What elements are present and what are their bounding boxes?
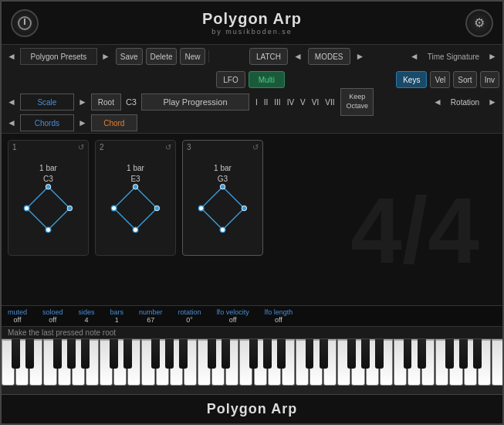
time-signature-label: Time Signature (425, 53, 482, 61)
black-key-8[interactable] (123, 339, 132, 369)
keys-section: Keys Vel Sort Inv (396, 71, 499, 88)
chords-row: ◄ Chords ► Chord (2, 113, 502, 133)
root-button[interactable]: Root (91, 94, 121, 110)
power-button[interactable] (11, 9, 39, 37)
chords-next-button[interactable]: ► (76, 117, 90, 128)
chord-card-2[interactable]: 2 ↺ 1 barE3 (95, 140, 176, 256)
vel-button[interactable]: Vel (430, 71, 450, 88)
root-note: C3 (123, 97, 140, 107)
chords-label: Chords (20, 114, 74, 131)
latch-button[interactable]: LATCH (249, 48, 288, 65)
keys-button[interactable]: Keys (396, 71, 427, 88)
card-body-1: 1 barC3 (8, 154, 88, 255)
black-key-21[interactable] (306, 339, 314, 369)
black-key-32[interactable] (459, 339, 468, 369)
svg-point-3 (46, 227, 51, 233)
preset-next-button[interactable]: ► (99, 51, 113, 62)
black-key-29[interactable] (418, 339, 426, 369)
chord-button[interactable]: Chord (91, 114, 137, 131)
lfo-section: LFO Multi (108, 71, 393, 88)
delete-button[interactable]: Delete (146, 48, 178, 65)
keyboard (2, 339, 502, 386)
black-key-4[interactable] (67, 339, 76, 369)
chord-card-1[interactable]: 1 ↺ 1 barC3 (8, 140, 89, 256)
diamond-1 (23, 183, 73, 233)
rotation-prev-button[interactable]: ◄ (431, 97, 445, 107)
black-key-12[interactable] (179, 339, 188, 369)
chord-card-3[interactable]: 3 ↺ 1 barG3 (182, 140, 263, 256)
card-refresh-2[interactable]: ↺ (165, 143, 171, 151)
black-key-0[interactable] (12, 339, 20, 369)
black-key-10[interactable] (151, 339, 160, 369)
roman-numeral-II[interactable]: II (262, 97, 270, 108)
black-key-26[interactable] (375, 339, 384, 369)
roman-numeral-IV[interactable]: IV (286, 97, 296, 108)
white-key-35[interactable] (492, 339, 502, 386)
card-num-1: 1 (12, 143, 17, 151)
new-button[interactable]: New (180, 48, 205, 65)
keep-octave-button[interactable]: Keep Octave (340, 88, 374, 116)
black-key-19[interactable] (277, 339, 286, 369)
scale-label: Scale (20, 94, 74, 110)
toolbar: ◄ Polygon Presets ► Save Delete New LATC… (2, 45, 502, 134)
black-key-31[interactable] (445, 339, 454, 369)
svg-point-9 (111, 206, 117, 211)
black-key-17[interactable] (249, 339, 258, 369)
multi-button[interactable]: Multi (249, 71, 285, 88)
chords-prev-button[interactable]: ◄ (5, 117, 19, 128)
gear-button[interactable]: ⚙ (465, 9, 493, 37)
chord-cards-container: 1 ↺ 1 barC3 2 (8, 140, 263, 256)
status-sides: sides4 (79, 308, 95, 324)
card-header-1: 1 ↺ (8, 141, 88, 154)
black-key-33[interactable] (473, 339, 482, 369)
inv-button[interactable]: Inv (480, 71, 499, 88)
app-title-section: Polygon Arp by musikboden.se (39, 10, 465, 36)
power-icon (18, 16, 32, 30)
black-key-28[interactable] (404, 339, 412, 369)
black-key-7[interactable] (110, 339, 118, 369)
roman-numeral-VI[interactable]: VI (310, 97, 320, 108)
rotation-next-button[interactable]: ► (485, 97, 499, 107)
card-body-2: 1 barE3 (96, 154, 175, 255)
modes-button[interactable]: MODES (308, 48, 350, 65)
status-lfo-length: lfo lengthoff (265, 308, 293, 324)
toolbar-row-2: LFO Multi Keys Vel Sort Inv (2, 68, 502, 91)
black-key-18[interactable] (263, 339, 272, 369)
black-key-1[interactable] (25, 339, 34, 369)
app-container: Polygon Arp by musikboden.se ⚙ ◄ Polygon… (0, 0, 504, 425)
black-key-3[interactable] (53, 339, 62, 369)
status-soloed: soloedoff (42, 308, 63, 324)
svg-marker-5 (114, 187, 157, 230)
svg-point-2 (67, 206, 73, 211)
modes-prev-button[interactable]: ◄ (291, 51, 305, 62)
lfo-button[interactable]: LFO (216, 71, 245, 88)
roman-numeral-VII[interactable]: VII (323, 97, 336, 108)
rotation-section: ◄ Rotation ► (431, 97, 499, 107)
roman-numeral-I[interactable]: I (254, 97, 259, 108)
modes-next-button[interactable]: ► (353, 51, 367, 62)
card-refresh-1[interactable]: ↺ (78, 143, 84, 151)
black-key-24[interactable] (347, 339, 356, 369)
play-progression-button[interactable]: Play Progression (141, 94, 249, 110)
preset-prev-button[interactable]: ◄ (5, 51, 19, 62)
black-key-25[interactable] (361, 339, 370, 369)
main-area: 4/4 1 ↺ 1 barC3 (2, 134, 502, 305)
time-sig-next-button[interactable]: ► (485, 51, 499, 62)
card-refresh-3[interactable]: ↺ (252, 143, 259, 151)
diamond-container-2 (96, 162, 175, 255)
roman-numeral-III[interactable]: III (272, 97, 282, 108)
time-sig-prev-button[interactable]: ◄ (408, 51, 421, 62)
scale-next-button[interactable]: ► (76, 97, 90, 107)
svg-point-11 (220, 184, 225, 189)
scale-prev-button[interactable]: ◄ (5, 97, 19, 107)
black-key-14[interactable] (208, 339, 216, 369)
status-section: mutedoffsoloedoffsides4bars1number67rota… (2, 305, 502, 338)
bottom-title: Polygon Arp (2, 394, 502, 423)
black-key-11[interactable] (165, 339, 174, 369)
black-key-22[interactable] (320, 339, 328, 369)
save-button[interactable]: Save (116, 48, 143, 65)
roman-numeral-V[interactable]: V (299, 97, 307, 108)
black-key-5[interactable] (81, 339, 90, 369)
black-key-15[interactable] (222, 339, 230, 369)
sort-button[interactable]: Sort (453, 71, 476, 88)
